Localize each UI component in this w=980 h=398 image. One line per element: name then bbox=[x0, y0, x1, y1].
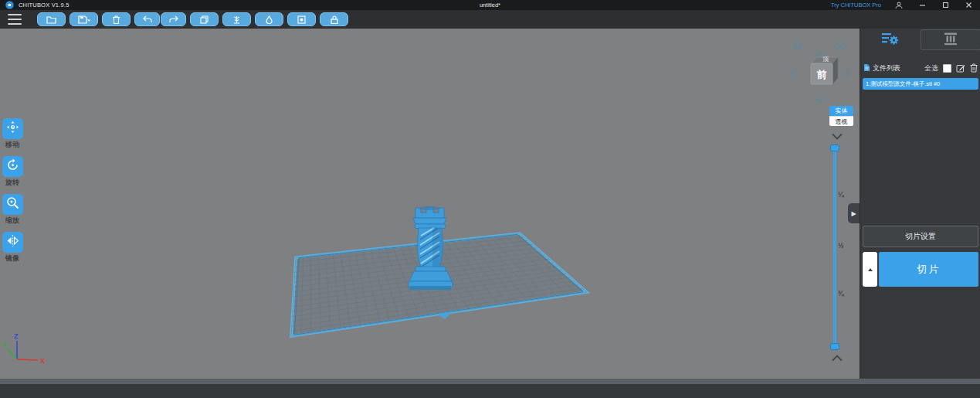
viewport-canvas[interactable]: Z Y X 移动 旋 bbox=[0, 29, 860, 379]
solid-mode-button[interactable]: 实体 bbox=[829, 106, 853, 116]
rotate-right-icon[interactable] bbox=[844, 67, 851, 83]
file-icon bbox=[863, 61, 870, 75]
pillar-icon bbox=[943, 32, 958, 49]
open-button[interactable] bbox=[37, 12, 66, 26]
slider-mark-quarter: ¼ bbox=[838, 191, 844, 199]
view-cube[interactable]: 顶 前 bbox=[805, 55, 839, 90]
lock-icon bbox=[331, 15, 338, 24]
left-tool-bar: 移动 旋转 缩放 镜像 bbox=[1, 118, 24, 264]
eye-icon[interactable] bbox=[834, 39, 846, 53]
move-icon bbox=[6, 121, 19, 137]
slider-track[interactable] bbox=[833, 148, 836, 347]
undo-icon bbox=[143, 15, 152, 23]
scale-tool-label: 缩放 bbox=[5, 216, 19, 226]
axis-y-label: Y bbox=[2, 341, 7, 349]
redo-button[interactable] bbox=[161, 12, 186, 26]
save-icon bbox=[78, 15, 90, 24]
slice-button[interactable]: 切片 bbox=[879, 252, 978, 287]
right-panel: 文件列表 全选 1.测试模型源文件-棋子.stl #0 切片设置 bbox=[860, 29, 980, 379]
slider-mark-three-quarter: ¾ bbox=[838, 290, 844, 298]
status-bar bbox=[0, 384, 980, 398]
rotate-down-icon[interactable] bbox=[814, 93, 826, 107]
file-list-title: 文件列表 bbox=[873, 63, 900, 73]
mirror-tool-label: 镜像 bbox=[5, 253, 19, 264]
tab-slice-settings[interactable] bbox=[860, 29, 921, 50]
main-toolbar bbox=[0, 10, 980, 29]
open-icon bbox=[46, 15, 56, 24]
view-cube-top-label: 顶 bbox=[822, 56, 829, 63]
bottom-strip bbox=[0, 379, 980, 384]
copy-icon bbox=[200, 15, 209, 24]
scene-3d: Z Y X bbox=[0, 29, 860, 379]
minimize-button[interactable] bbox=[917, 1, 927, 10]
move-tool-label: 移动 bbox=[5, 140, 19, 150]
copy-button[interactable] bbox=[190, 12, 219, 26]
dig-hole-icon bbox=[297, 15, 306, 24]
file-list-header: 文件列表 全选 bbox=[863, 63, 978, 73]
chevron-right-icon: ▶ bbox=[851, 210, 856, 217]
move-tool-button[interactable] bbox=[2, 118, 23, 139]
slice-dropdown-button[interactable] bbox=[863, 252, 877, 287]
title-bar: CHITUBOX V1.9.5 untitled* Try CHITUBOX P… bbox=[0, 0, 980, 10]
rename-icon[interactable] bbox=[956, 63, 965, 73]
support-icon bbox=[232, 15, 241, 24]
panel-tabs bbox=[860, 29, 980, 50]
perspective-mode-button[interactable]: 透视 bbox=[829, 116, 853, 126]
axis-z-label: Z bbox=[14, 332, 19, 340]
slider-chevron-down-icon[interactable] bbox=[831, 133, 843, 140]
app-title: CHITUBOX V1.9.5 bbox=[19, 2, 70, 9]
render-mode-toggle: 实体 透视 bbox=[829, 106, 853, 126]
try-pro-link[interactable]: Try CHITUBOX Pro bbox=[831, 2, 881, 9]
axis-indicator: Z Y X bbox=[2, 332, 45, 365]
menu-button[interactable] bbox=[8, 14, 22, 25]
lock-button[interactable] bbox=[320, 12, 348, 26]
rotate-icon bbox=[6, 158, 19, 175]
mirror-icon bbox=[6, 234, 19, 250]
slice-settings-button[interactable]: 切片设置 bbox=[863, 226, 978, 247]
scale-tool-button[interactable] bbox=[2, 194, 23, 215]
app-logo-icon bbox=[5, 1, 14, 9]
hollow-icon bbox=[266, 15, 273, 24]
rotate-left-icon[interactable] bbox=[791, 67, 798, 83]
panel-collapse-button[interactable]: ▶ bbox=[848, 203, 860, 223]
mirror-tool-button[interactable] bbox=[2, 232, 23, 253]
slider-chevron-up-icon[interactable] bbox=[831, 355, 843, 362]
home-view-icon[interactable] bbox=[792, 39, 803, 53]
list-gear-icon bbox=[881, 32, 900, 49]
scale-icon bbox=[6, 196, 19, 213]
file-list-item[interactable]: 1.测试模型源文件-棋子.stl #0 bbox=[863, 78, 978, 90]
close-button[interactable] bbox=[963, 1, 974, 10]
dig-hole-button[interactable] bbox=[287, 12, 316, 26]
rotate-tool-label: 旋转 bbox=[5, 178, 19, 188]
trash-icon[interactable] bbox=[970, 63, 978, 73]
user-icon[interactable] bbox=[894, 1, 904, 10]
axis-x-label: X bbox=[40, 357, 45, 365]
z-range-slider: ¼ ½ ¾ bbox=[825, 129, 853, 366]
delete-icon bbox=[112, 15, 120, 24]
chitubox-window: CHITUBOX V1.9.5 untitled* Try CHITUBOX P… bbox=[0, 0, 980, 398]
tab-support[interactable] bbox=[921, 29, 980, 50]
select-all-label: 全选 bbox=[924, 63, 938, 73]
view-cube-front-label: 前 bbox=[817, 69, 827, 80]
hollow-button[interactable] bbox=[255, 12, 283, 26]
caret-up-icon bbox=[868, 268, 873, 271]
redo-icon bbox=[169, 15, 178, 23]
save-button[interactable] bbox=[70, 12, 98, 26]
undo-button[interactable] bbox=[134, 12, 160, 26]
support-button[interactable] bbox=[222, 12, 251, 26]
rotate-tool-button[interactable] bbox=[2, 156, 23, 177]
delete-button[interactable] bbox=[102, 12, 131, 26]
slider-handle-top[interactable] bbox=[830, 145, 839, 151]
view-navigation: 顶 前 bbox=[789, 36, 853, 101]
slider-mark-half: ½ bbox=[838, 242, 844, 250]
slider-handle-bottom[interactable] bbox=[830, 343, 839, 350]
maximize-button[interactable] bbox=[940, 1, 951, 10]
select-all-checkbox[interactable] bbox=[943, 64, 951, 73]
